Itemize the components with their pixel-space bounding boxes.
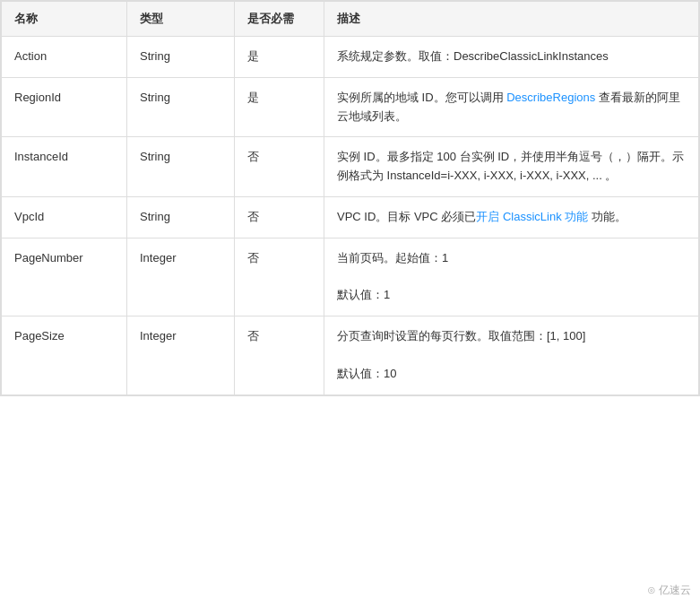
header-name: 名称 (2, 2, 127, 37)
cell-required: 是 (235, 77, 324, 137)
cell-required: 否 (235, 238, 324, 316)
cell-description: 分页查询时设置的每页行数。取值范围：[1, 100]默认值：10 (324, 317, 699, 395)
cell-description: VPC ID。目标 VPC 必须已开启 ClassicLink 功能 功能。 (324, 196, 699, 238)
cell-type: String (127, 77, 235, 137)
table-row: VpcIdString否VPC ID。目标 VPC 必须已开启 ClassicL… (2, 196, 699, 238)
cell-required: 是 (235, 37, 324, 78)
header-type: 类型 (127, 2, 235, 37)
header-description: 描述 (324, 2, 699, 37)
cell-required: 否 (235, 196, 324, 238)
description-link[interactable]: 开启 ClassicLink 功能 (476, 210, 588, 223)
header-required: 是否必需 (235, 2, 324, 37)
cell-required: 否 (235, 137, 324, 197)
cell-name: PageSize (2, 317, 127, 395)
cell-type: Integer (127, 317, 235, 395)
cell-type: String (127, 37, 235, 78)
cell-required: 否 (235, 317, 324, 395)
table-row: PageNumberInteger否当前页码。起始值：1默认值：1 (2, 238, 699, 316)
cell-name: VpcId (2, 196, 127, 238)
cell-name: Action (2, 37, 127, 78)
cell-description: 系统规定参数。取值：DescribeClassicLinkInstances (324, 37, 699, 78)
table-row: ActionString是系统规定参数。取值：DescribeClassicLi… (2, 37, 699, 78)
cell-description: 实例 ID。最多指定 100 台实例 ID，并使用半角逗号（，）隔开。示例格式为… (324, 137, 699, 197)
cell-name: RegionId (2, 77, 127, 137)
api-params-table: 名称 类型 是否必需 描述 ActionString是系统规定参数。取值：Des… (0, 0, 700, 396)
table-row: InstanceIdString否实例 ID。最多指定 100 台实例 ID，并… (2, 137, 699, 197)
cell-type: String (127, 196, 235, 238)
table-header-row: 名称 类型 是否必需 描述 (2, 2, 699, 37)
cell-name: InstanceId (2, 137, 127, 197)
table-row: PageSizeInteger否分页查询时设置的每页行数。取值范围：[1, 10… (2, 317, 699, 395)
cell-description: 当前页码。起始值：1默认值：1 (324, 238, 699, 316)
cell-description: 实例所属的地域 ID。您可以调用 DescribeRegions 查看最新的阿里… (324, 77, 699, 137)
cell-type: String (127, 137, 235, 197)
cell-name: PageNumber (2, 238, 127, 316)
description-link[interactable]: DescribeRegions (506, 91, 595, 104)
cell-type: Integer (127, 238, 235, 316)
table-row: RegionIdString是实例所属的地域 ID。您可以调用 Describe… (2, 77, 699, 137)
